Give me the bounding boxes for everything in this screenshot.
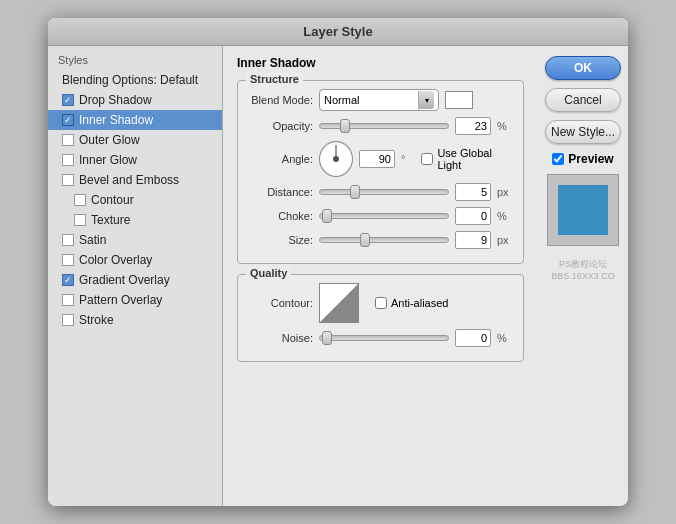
left-panel: Styles Blending Options: Default ✓ Drop … <box>48 46 223 506</box>
contour-preview[interactable] <box>319 283 359 323</box>
contour-label: Contour <box>91 193 134 207</box>
inner-shadow-checkbox[interactable]: ✓ <box>62 114 74 126</box>
outer-glow-label: Outer Glow <box>79 133 140 147</box>
angle-degree-symbol: ° <box>401 153 405 165</box>
opacity-input[interactable] <box>455 117 491 135</box>
texture-checkbox[interactable] <box>74 214 86 226</box>
angle-dial[interactable] <box>319 141 353 177</box>
dialog-title: Layer Style <box>48 18 628 46</box>
size-input[interactable] <box>455 231 491 249</box>
quality-section: Quality Contour: Anti-aliased <box>237 274 524 362</box>
structure-section: Structure Blend Mode: Normal ▾ Opacity: <box>237 80 524 264</box>
pattern-overlay-checkbox[interactable] <box>62 294 74 306</box>
contour-checkbox[interactable] <box>74 194 86 206</box>
global-light-label: Use Global Light <box>437 147 513 171</box>
preview-thumbnail <box>558 185 608 235</box>
blend-mode-label: Blend Mode: <box>248 94 313 106</box>
anti-aliased-label: Anti-aliased <box>391 297 448 309</box>
noise-input[interactable] <box>455 329 491 347</box>
sidebar-item-satin[interactable]: Satin <box>48 230 222 250</box>
new-style-button[interactable]: New Style... <box>545 120 621 144</box>
styles-header: Styles <box>48 52 222 70</box>
opacity-row: Opacity: % <box>248 117 513 135</box>
structure-label: Structure <box>246 73 303 85</box>
layer-style-dialog: Layer Style Styles Blending Options: Def… <box>48 18 628 506</box>
opacity-unit: % <box>497 120 507 132</box>
choke-slider-track[interactable] <box>319 213 449 219</box>
choke-slider-thumb[interactable] <box>322 209 332 223</box>
outer-glow-checkbox[interactable] <box>62 134 74 146</box>
size-unit: px <box>497 234 509 246</box>
noise-slider-thumb[interactable] <box>322 331 332 345</box>
sidebar-item-stroke[interactable]: Stroke <box>48 310 222 330</box>
anti-aliased-checkbox[interactable] <box>375 297 387 309</box>
main-panel: Inner Shadow Structure Blend Mode: Norma… <box>223 46 538 506</box>
blend-mode-dropdown[interactable]: Normal ▾ <box>319 89 439 111</box>
blend-color-swatch[interactable] <box>445 91 473 109</box>
gradient-overlay-checkbox[interactable]: ✓ <box>62 274 74 286</box>
contour-svg <box>320 284 358 322</box>
color-overlay-label: Color Overlay <box>79 253 152 267</box>
inner-shadow-label: Inner Shadow <box>79 113 153 127</box>
sidebar-item-pattern-overlay[interactable]: Pattern Overlay <box>48 290 222 310</box>
bevel-emboss-checkbox[interactable] <box>62 174 74 186</box>
global-light-checkbox[interactable] <box>421 153 433 165</box>
sidebar-item-drop-shadow[interactable]: ✓ Drop Shadow <box>48 90 222 110</box>
choke-unit: % <box>497 210 507 222</box>
stroke-checkbox[interactable] <box>62 314 74 326</box>
distance-label: Distance: <box>248 186 313 198</box>
size-slider-thumb[interactable] <box>360 233 370 247</box>
blend-mode-arrow-icon: ▾ <box>418 91 434 109</box>
preview-box <box>547 174 619 246</box>
sidebar-item-outer-glow[interactable]: Outer Glow <box>48 130 222 150</box>
sidebar-item-inner-glow[interactable]: Inner Glow <box>48 150 222 170</box>
opacity-label: Opacity: <box>248 120 313 132</box>
distance-row: Distance: px <box>248 183 513 201</box>
quality-label: Quality <box>246 267 291 279</box>
angle-row: Angle: ° Use Global Light <box>248 141 513 177</box>
preview-label-text: Preview <box>568 152 613 166</box>
ok-button[interactable]: OK <box>545 56 621 80</box>
sidebar-item-texture[interactable]: Texture <box>48 210 222 230</box>
drop-shadow-label: Drop Shadow <box>79 93 152 107</box>
opacity-slider-track[interactable] <box>319 123 449 129</box>
distance-slider-thumb[interactable] <box>350 185 360 199</box>
angle-label: Angle: <box>248 153 313 165</box>
sidebar-item-blending[interactable]: Blending Options: Default <box>48 70 222 90</box>
distance-input[interactable] <box>455 183 491 201</box>
opacity-slider-thumb[interactable] <box>340 119 350 133</box>
satin-label: Satin <box>79 233 106 247</box>
drop-shadow-checkbox[interactable]: ✓ <box>62 94 74 106</box>
color-overlay-checkbox[interactable] <box>62 254 74 266</box>
anti-aliased-row: Anti-aliased <box>375 297 448 309</box>
preview-checkbox[interactable] <box>552 153 564 165</box>
sidebar-item-color-overlay[interactable]: Color Overlay <box>48 250 222 270</box>
stroke-label: Stroke <box>79 313 114 327</box>
choke-row: Choke: % <box>248 207 513 225</box>
choke-input[interactable] <box>455 207 491 225</box>
dial-center <box>333 156 339 162</box>
sidebar-item-inner-shadow[interactable]: ✓ Inner Shadow <box>48 110 222 130</box>
texture-label: Texture <box>91 213 130 227</box>
choke-label: Choke: <box>248 210 313 222</box>
blending-label: Blending Options: Default <box>62 73 198 87</box>
inner-glow-checkbox[interactable] <box>62 154 74 166</box>
sidebar-item-bevel-emboss[interactable]: Bevel and Emboss <box>48 170 222 190</box>
noise-slider-track[interactable] <box>319 335 449 341</box>
satin-checkbox[interactable] <box>62 234 74 246</box>
angle-input[interactable] <box>359 150 395 168</box>
preview-row: Preview <box>552 152 613 166</box>
sidebar-item-gradient-overlay[interactable]: ✓ Gradient Overlay <box>48 270 222 290</box>
distance-slider-track[interactable] <box>319 189 449 195</box>
section-title: Inner Shadow <box>237 56 524 72</box>
size-label: Size: <box>248 234 313 246</box>
blend-mode-row: Blend Mode: Normal ▾ <box>248 89 513 111</box>
sidebar-item-contour[interactable]: Contour <box>48 190 222 210</box>
noise-unit: % <box>497 332 507 344</box>
size-slider-track[interactable] <box>319 237 449 243</box>
cancel-button[interactable]: Cancel <box>545 88 621 112</box>
action-panel: OK Cancel New Style... Preview PS教程论坛BBS… <box>538 46 628 506</box>
contour-row: Contour: Anti-aliased <box>248 283 513 323</box>
blend-mode-value: Normal <box>324 94 418 106</box>
watermark: PS教程论坛BBS.16XX3.CO <box>551 258 615 281</box>
